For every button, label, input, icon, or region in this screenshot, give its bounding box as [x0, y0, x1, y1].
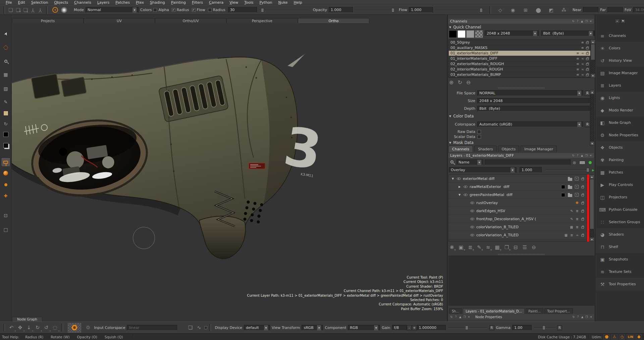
- sphere-preview[interactable]: [1, 168, 10, 178]
- collapse-icon[interactable]: ▲: [580, 154, 584, 157]
- display-device-dropdown[interactable]: default▼: [244, 325, 270, 331]
- sidebar-item-channels[interactable]: ≡Channels: [596, 30, 644, 42]
- lock-icon[interactable]: [581, 194, 584, 196]
- scroll-down-icon[interactable]: ▼: [590, 142, 594, 145]
- near-field[interactable]: [583, 7, 598, 13]
- dock-tab-layers-01-exteriormaterials-d[interactable]: Layers - 01_exteriorMaterials_D...: [463, 308, 525, 314]
- mode-dropdown[interactable]: Normal ▼: [86, 7, 139, 13]
- sidebar-item-tool-properties[interactable]: ⚒Tool Properties: [596, 278, 644, 290]
- layer-list-scrollbar[interactable]: ▲ ▼: [589, 175, 594, 242]
- wireframe-icon[interactable]: ◇: [496, 7, 504, 13]
- help-icon[interactable]: ?: [576, 20, 579, 23]
- dock-tab-sh[interactable]: Sh...: [449, 308, 462, 314]
- visibility-icon[interactable]: [464, 186, 468, 188]
- sidebar-item-selection-groups[interactable]: ∷Selection Groups: [596, 216, 644, 228]
- close-icon[interactable]: ✕: [589, 315, 593, 319]
- menu-patches[interactable]: Patches: [112, 0, 133, 5]
- collapse-icon[interactable]: ▲: [580, 20, 584, 23]
- gain-minus-button[interactable]: -: [407, 325, 412, 330]
- scroll-down-icon[interactable]: ▼: [591, 74, 595, 78]
- far-field[interactable]: [607, 7, 623, 13]
- radius-field[interactable]: 30: [228, 7, 257, 13]
- import-project-button[interactable]: ❏↓: [22, 7, 29, 13]
- channel-row[interactable]: 01_exteriorMaterials_DIFF≡∞: [449, 51, 590, 56]
- sidebar-item-play-controls[interactable]: ▶Play Controls: [596, 179, 644, 191]
- reset-button[interactable]: R: [585, 122, 590, 127]
- float-icon[interactable]: ❐: [463, 315, 466, 319]
- menu-layers[interactable]: Layers: [94, 0, 112, 5]
- mirror-icon[interactable]: ◩: [547, 7, 555, 13]
- uv-grid-tool[interactable]: ▦: [1, 70, 10, 79]
- menu-python[interactable]: Python: [256, 0, 275, 5]
- close-icon[interactable]: ✕: [589, 154, 592, 157]
- dock-tab-painti[interactable]: Painti...: [526, 308, 543, 314]
- pull-down-icon[interactable]: ↓▾: [24, 325, 33, 331]
- paint-tool[interactable]: [1, 157, 10, 167]
- layer-row[interactable]: rustOverlay❋: [449, 199, 587, 207]
- sidebar-item-layers[interactable]: ≣Layers: [596, 79, 644, 92]
- paint-target-indicator[interactable]: [603, 334, 610, 340]
- opacity-slider[interactable]: [355, 7, 395, 13]
- add-paint-layer-button[interactable]: ❋+: [450, 244, 454, 250]
- panel-tab-image-manager[interactable]: Image Manager: [521, 146, 557, 152]
- add-preset[interactable]: ✚: [1, 191, 10, 200]
- sync-channels-button[interactable]: ↻: [458, 79, 462, 86]
- expander-icon[interactable]: ▼: [458, 193, 462, 196]
- expand-icon[interactable]: »: [615, 19, 620, 23]
- tab-ortho[interactable]: Ortho: [298, 18, 369, 23]
- branch-a-button[interactable]: Y: [29, 7, 37, 13]
- menu-channels[interactable]: Channels: [71, 0, 94, 5]
- sidebar-item-patches[interactable]: ▦Patches: [596, 166, 644, 179]
- add-tiled-layer-button[interactable]: ▦+: [495, 244, 500, 250]
- slider-handle[interactable]: [391, 8, 394, 12]
- channels-panel-titlebar[interactable]: Channels ↻?▲❐✕: [448, 19, 594, 24]
- menu-view[interactable]: View: [226, 0, 241, 5]
- sidebar-item-objects[interactable]: ❖Objects: [596, 141, 644, 154]
- dock-tab-tool-propert[interactable]: Tool Propert...: [544, 308, 573, 314]
- scrollbar-thumb[interactable]: [590, 179, 594, 229]
- add-image-layer-button[interactable]: ▣+: [459, 244, 464, 250]
- add-adjustment-layer-button[interactable]: ≣+: [468, 244, 473, 250]
- help-icon[interactable]: ?: [576, 154, 579, 157]
- channel-row[interactable]: 00_50grey≡: [449, 40, 590, 45]
- file-space-dropdown[interactable]: NORMAL ▼: [477, 90, 583, 96]
- scrollbar-thumb[interactable]: [591, 44, 595, 60]
- fov-field[interactable]: 34.000: [633, 7, 644, 13]
- toolbar-checkbox-alpha[interactable]: Alpha: [153, 8, 169, 12]
- scalar-data-checkbox[interactable]: [477, 135, 481, 139]
- lock-icon[interactable]: [586, 53, 589, 55]
- layer-list-view-button[interactable]: ☰: [523, 244, 527, 250]
- menu-tools[interactable]: Tools: [241, 0, 256, 5]
- add-button[interactable]: +: [52, 7, 58, 13]
- quick-size-dropdown[interactable]: 2048 x 2048 ▼: [485, 31, 539, 36]
- visibility-icon[interactable]: [464, 194, 468, 196]
- slider-handle[interactable]: [465, 326, 468, 330]
- sidebar-item-snapshots[interactable]: ▣Snapshots: [596, 253, 644, 265]
- select-tool[interactable]: ➤: [1, 29, 10, 38]
- blank-slot[interactable]: □: [1, 225, 10, 234]
- menu-painting[interactable]: Painting: [168, 0, 189, 5]
- menu-help[interactable]: Help: [291, 0, 305, 5]
- layer-row[interactable]: ▼greenPaintedMetal diff: [449, 191, 587, 199]
- layer-row[interactable]: front/top_Descoloration_A_HSV (✎≣: [449, 215, 587, 223]
- expander-icon[interactable]: ▶: [458, 185, 462, 188]
- channel-row[interactable]: 00_auxiliary_MASKS≡: [449, 45, 590, 51]
- refresh-icon[interactable]: ↻: [572, 315, 575, 319]
- camera-icon[interactable]: ◉: [508, 7, 517, 13]
- panel-splitter[interactable]: [498, 254, 545, 255]
- layer-row[interactable]: ▶rawMetalExterior diff: [449, 183, 587, 191]
- menu-nuke[interactable]: Nuke: [275, 0, 291, 5]
- scroll-up-icon[interactable]: ▲: [590, 90, 594, 94]
- lock-icon[interactable]: [586, 42, 589, 44]
- gain-reset-button[interactable]: R: [489, 325, 494, 330]
- visibility-icon[interactable]: [457, 178, 461, 180]
- sidebar-item-projectors[interactable]: ◫Projectors: [596, 191, 644, 203]
- lock-icon[interactable]: [581, 235, 584, 237]
- close-project-button[interactable]: ❏✕: [14, 7, 22, 13]
- gamma-value-field[interactable]: 1.00: [512, 325, 532, 331]
- background-color-swatch[interactable]: [1, 130, 10, 139]
- flow-slider[interactable]: [435, 7, 485, 13]
- add-channel-button[interactable]: ⊕: [449, 79, 453, 86]
- lock-icon[interactable]: [581, 227, 584, 229]
- bookmark-icon[interactable]: ⚑: [621, 19, 626, 23]
